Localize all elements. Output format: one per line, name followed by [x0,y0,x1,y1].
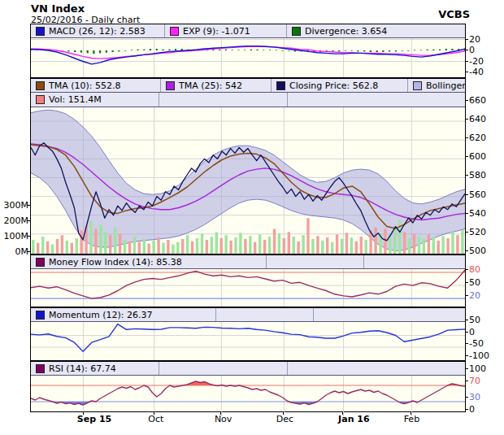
legend-cell: Money Flow Index (14): 85.38 [31,255,267,268]
axis-label: 0M [2,246,28,257]
axis-label: 200M [2,215,28,226]
axis-label: -100 [469,350,489,361]
axis-label: 0 [469,404,475,415]
axis-label: 0 [469,327,475,337]
axis-label: 640 [469,114,486,124]
legend-label: TMA (10): 552.8 [49,80,121,92]
legend-cell: Bollinger (20, 2): 525.5 - 567.6 [408,79,465,92]
momentum-plot [31,322,465,360]
legend-label: Closing Price: 562.8 [289,80,378,92]
price-legend-row: TMA (10): 552.8TMA (25): 542Closing Pric… [31,79,465,93]
legend-swatch-icon [292,27,301,36]
legend-swatch-icon [276,81,285,90]
legend-cell: TMA (25): 542 [161,79,272,92]
legend-cell [216,308,314,321]
legend-cell: MACD (26, 12): 2.583 [31,24,165,37]
legend-swatch-icon [166,81,175,90]
legend-cell [159,93,288,107]
rsi-plot [31,376,465,416]
axis-label: -40 [469,67,484,77]
legend-cell [288,362,465,375]
macd-legend-row: MACD (26, 12): 2.583EXP (9): -1.071Diver… [31,24,465,38]
legend-cell: Closing Price: 562.8 [272,79,408,92]
legend-cell: RSI (14): 67.74 [31,362,159,375]
legend-cell: Divergence: 3.654 [287,24,465,37]
legend-cell [159,362,288,375]
axis-label: 580 [469,170,486,181]
legend-label: Divergence: 3.654 [305,25,387,37]
page-title: VN Index [31,2,85,15]
axis-label: 20 [469,34,480,45]
macd-plot [31,38,465,77]
legend-cell: EXP (9): -1.071 [165,24,287,37]
legend-label: EXP (9): -1.071 [183,25,250,37]
axis-label: 20 [469,290,480,301]
legend-label: TMA (25): 542 [179,80,242,92]
rsi-chart [31,376,465,416]
rsi-legend-row: RSI (14): 67.74 [31,362,465,376]
legend-swatch-icon [36,258,45,267]
axis-label: 560 [469,189,486,200]
axis-label: 500 [469,246,486,256]
legend-cell: Momentum (12): 26.37 [31,308,216,321]
axis-label: 540 [469,208,486,219]
axis-label: -50 [469,338,484,349]
axis-label: 100 [469,363,486,374]
legend-label: RSI (14): 67.74 [49,363,116,375]
axis-label: 50 [469,315,480,325]
legend-cell [288,93,465,107]
legend-swatch-icon [36,27,45,36]
legend-swatch-icon [36,364,45,373]
legend-label: Money Flow Index (14): 85.38 [49,256,182,268]
legend-label: Momentum (12): 26.37 [49,309,152,321]
legend-cell: TMA (10): 552.8 [31,79,161,92]
legend-swatch-icon [36,81,45,90]
axis-label: 300M [2,200,28,211]
price-plot [31,107,465,254]
legend-cell: Vol: 151.4M [31,93,159,107]
axis-label: 50 [469,277,480,288]
price-chart [31,107,465,254]
axis-label: 520 [469,227,486,237]
axis-label: 600 [469,151,486,162]
brand-logo: VCBS [438,8,470,20]
mfi-plot [31,269,465,307]
legend-cell [314,308,465,321]
axis-label: 30 [469,392,480,402]
mfi-legend-row: Money Flow Index (14): 85.38 [31,255,465,269]
volume-legend-row: Vol: 151.4M [31,93,465,107]
legend-cell [267,255,364,268]
macd-chart [31,38,465,77]
axis-label: 80 [469,264,480,275]
momentum-legend-row: Momentum (12): 26.37 [31,308,465,322]
axis-label: 660 [469,95,486,106]
momentum-chart [31,322,465,360]
axis-label: 620 [469,133,486,143]
axis-label: 0 [469,45,475,55]
axis-label: 70 [469,376,480,386]
legend-swatch-icon [170,27,179,36]
chart-frame: MACD (26, 12): 2.583EXP (9): -1.071Diver… [30,24,466,412]
legend-cell [364,255,465,268]
axis-label: -20 [469,56,484,67]
legend-swatch-icon [36,311,45,320]
legend-label: MACD (26, 12): 2.583 [49,25,146,37]
mfi-chart [31,269,465,307]
page-root: VN Index 25/02/2016 - Daily chart VCBS M… [0,0,504,435]
legend-label: Bollinger (20, 2): 525.5 - 567.6 [426,80,465,92]
legend-label: Vol: 151.4M [49,94,102,106]
legend-swatch-icon [36,95,45,104]
legend-swatch-icon [413,81,422,90]
axis-label: 100M [2,231,28,241]
